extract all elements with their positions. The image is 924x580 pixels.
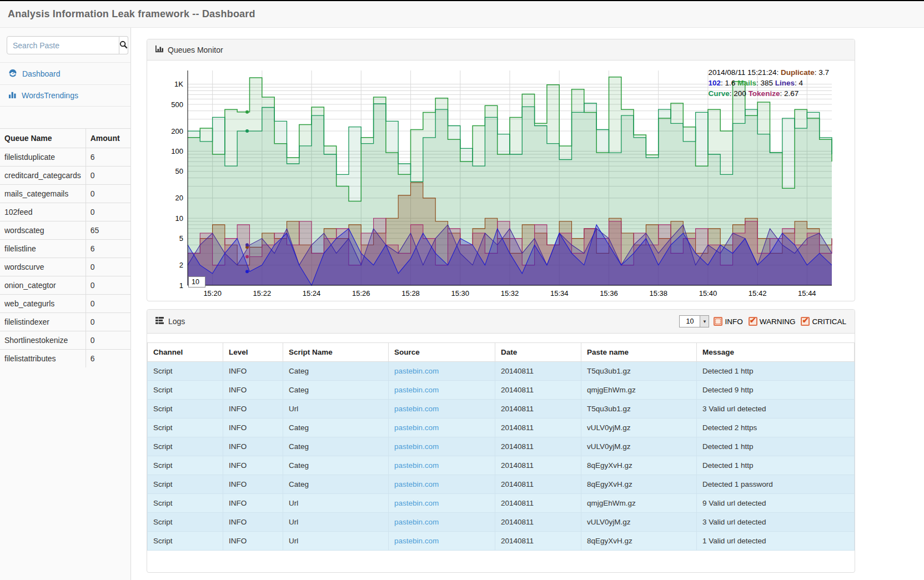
log-cell-script: Url	[283, 400, 389, 418]
queue-amount-cell: 0	[86, 313, 130, 331]
source-link[interactable]: pastebin.com	[394, 442, 439, 451]
svg-text:200: 200	[171, 127, 183, 135]
log-cell-paste: T5qu3ub1.gz	[581, 400, 697, 418]
filter-warning[interactable]: WARNING	[749, 317, 796, 326]
log-cell-channel: Script	[148, 418, 223, 437]
logs-body: Channel Level Script Name Source Date Pa…	[147, 334, 855, 572]
logs-panel: Logs 10 ▼ INFOWARNINGCRITICAL	[147, 309, 855, 573]
svg-text:100: 100	[171, 147, 183, 155]
log-cell-paste: T5qu3ub1.gz	[581, 362, 697, 381]
filter-label: CRITICAL	[812, 317, 846, 326]
log-cell-source: pastebin.com	[389, 418, 495, 437]
sidebar-nav: Dashboard WordsTrendings	[0, 62, 130, 107]
log-cell-message: Detected 1 http	[697, 456, 855, 475]
log-cell-script: Categ	[283, 456, 389, 475]
roller-period-input[interactable]: 10	[188, 276, 205, 288]
source-link[interactable]: pastebin.com	[394, 480, 439, 488]
source-link[interactable]: pastebin.com	[394, 386, 439, 394]
page-size-value: 10	[680, 317, 700, 325]
queues-chart: 1251020501002005001K15:2015:2215:2415:26…	[147, 60, 855, 301]
queue-amount-cell: 0	[86, 185, 130, 203]
sidebar-item-label: WordsTrendings	[22, 91, 78, 100]
legend-line: 2014/08/11 15:21:24: Duplicate: 3.7	[709, 67, 829, 78]
log-cell-date: 20140811	[495, 532, 581, 551]
queues-chart-canvas: 1251020501002005001K15:2015:2215:2415:26…	[147, 64, 855, 300]
log-cell-channel: Script	[148, 437, 223, 456]
search-button[interactable]	[119, 36, 128, 54]
checkbox-checked-icon[interactable]	[801, 317, 810, 326]
log-cell-level: INFO	[223, 456, 283, 475]
svg-text:15:32: 15:32	[501, 289, 519, 297]
checkbox-checked-icon[interactable]	[749, 317, 757, 326]
log-cell-date: 20140811	[495, 494, 581, 513]
sidebar: Dashboard WordsTrendings Queue Name Amou…	[0, 28, 131, 580]
log-cell-script: Url	[283, 494, 389, 513]
filter-critical[interactable]: CRITICAL	[801, 317, 846, 326]
queue-row: wordscateg65	[0, 221, 130, 240]
main-content: Queues Monitor 1251020501002005001K15:20…	[131, 28, 924, 580]
source-link[interactable]: pastebin.com	[394, 367, 439, 375]
logs-header-paste: Paste name	[581, 343, 697, 362]
queue-name-cell: web_categurls	[0, 295, 86, 313]
filter-info[interactable]: INFO	[714, 317, 742, 326]
source-link[interactable]: pastebin.com	[394, 423, 439, 432]
log-cell-message: 3 Valid url detected	[697, 400, 855, 418]
log-cell-paste: vULV0yjM.gz	[581, 418, 697, 437]
logs-table: Channel Level Script Name Source Date Pa…	[147, 342, 855, 551]
log-cell-source: pastebin.com	[389, 362, 495, 381]
queue-name-cell: wordscateg	[0, 221, 86, 240]
legend-line: 102: 1.6 Mails: 385 Lines: 4	[709, 78, 829, 88]
source-link[interactable]: pastebin.com	[394, 537, 439, 545]
svg-text:15:20: 15:20	[203, 289, 222, 297]
log-cell-script: Categ	[283, 437, 389, 456]
svg-text:15:30: 15:30	[451, 289, 470, 297]
log-row: ScriptINFOCategpastebin.com20140811qmjgE…	[148, 381, 855, 400]
queue-amount-cell: 0	[86, 203, 130, 221]
log-cell-script: Categ	[283, 475, 389, 494]
queue-name-cell: onion_categtor	[0, 276, 86, 295]
queue-row: filelistduplicate6	[0, 148, 130, 167]
svg-text:10: 10	[175, 214, 183, 223]
bar-chart-icon	[8, 90, 17, 100]
log-cell-script: Categ	[283, 362, 389, 381]
log-cell-level: INFO	[223, 437, 283, 456]
log-cell-source: pastebin.com	[389, 381, 495, 400]
chevron-down-icon: ▼	[700, 316, 709, 327]
queue-amount-cell: 0	[86, 167, 130, 185]
log-cell-source: pastebin.com	[389, 494, 495, 513]
source-link[interactable]: pastebin.com	[394, 461, 439, 470]
source-link[interactable]: pastebin.com	[394, 405, 439, 413]
log-cell-message: 3 Valid url detected	[697, 513, 855, 532]
queue-row: 102feed0	[0, 203, 130, 221]
search-input[interactable]	[7, 36, 119, 54]
log-cell-source: pastebin.com	[389, 456, 495, 475]
log-cell-paste: vULV0yjM.gz	[581, 513, 697, 532]
queue-name-cell: filelistduplicate	[0, 148, 86, 167]
queue-amount-cell: 0	[86, 258, 130, 276]
queue-name-cell: mails_categemails	[0, 185, 86, 203]
log-cell-paste: vULV0yjM.gz	[581, 437, 697, 456]
log-cell-level: INFO	[223, 381, 283, 400]
checkbox-unchecked-icon[interactable]	[714, 317, 722, 326]
filter-label: INFO	[725, 317, 742, 326]
svg-text:50: 50	[175, 167, 183, 175]
page-size-select[interactable]: 10 ▼	[679, 315, 709, 327]
sidebar-item-wordstrendings[interactable]: WordsTrendings	[0, 85, 130, 107]
svg-text:15:42: 15:42	[749, 289, 767, 297]
queue-table-header-name: Queue Name	[0, 129, 86, 148]
queues-monitor-header: Queues Monitor	[147, 39, 855, 60]
queue-row: wordscurve0	[0, 258, 130, 276]
log-cell-level: INFO	[223, 400, 283, 418]
source-link[interactable]: pastebin.com	[394, 518, 439, 526]
source-link[interactable]: pastebin.com	[394, 499, 439, 507]
log-cell-paste: 8qEgyXvH.gz	[581, 475, 697, 494]
log-cell-message: 1 Valid url detected	[697, 532, 855, 551]
log-row: ScriptINFOCategpastebin.com201408118qEgy…	[148, 456, 855, 475]
log-cell-channel: Script	[148, 532, 223, 551]
queue-name-cell: filelistattributes	[0, 350, 86, 368]
log-cell-source: pastebin.com	[389, 437, 495, 456]
sidebar-item-dashboard[interactable]: Dashboard	[0, 63, 130, 85]
queue-row: Shortlinestokenize0	[0, 331, 130, 350]
log-cell-source: pastebin.com	[389, 400, 495, 418]
queue-row: filelistline6	[0, 240, 130, 258]
